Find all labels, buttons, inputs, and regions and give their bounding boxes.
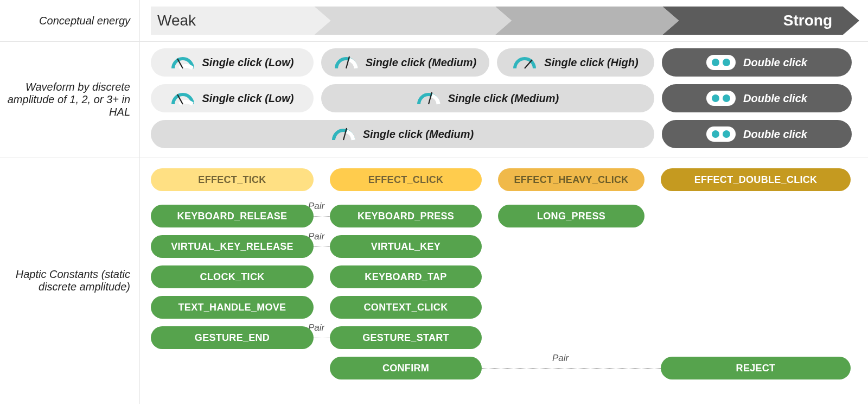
capsule-single-med: Single click (Medium) (321, 48, 489, 77)
pill-effect-click: EFFECT_CLICK (330, 168, 482, 191)
capsule-single-med: Single click (Medium) (151, 120, 654, 148)
capsule-label: Single click (Medium) (363, 128, 474, 141)
energy-strong: Strong (783, 12, 832, 29)
gauge-low-icon (171, 90, 195, 106)
double-click-icon (706, 55, 736, 70)
waveform-row: Waveform by discrete amplitude of 1, 2, … (0, 42, 868, 157)
gauge-high-icon (513, 54, 537, 71)
capsule-double-click: Double click (662, 120, 852, 148)
capsule-double-click: Double click (662, 48, 852, 77)
pill-keyboard-tap: KEYBOARD_TAP (330, 265, 482, 288)
capsule-label: Single click (Low) (202, 56, 294, 69)
pill-gesture-end: GESTURE_END (151, 326, 314, 349)
constants-row: Haptic Constants (static discrete amplit… (0, 157, 868, 404)
pair-label: Pair (552, 353, 569, 364)
energy-label: Conceptual energy (0, 0, 140, 41)
gauge-med-icon (331, 126, 355, 142)
pill-effect-tick: EFFECT_TICK (151, 168, 314, 191)
capsule-double-click: Double click (662, 84, 852, 112)
capsule-label: Double click (743, 128, 807, 141)
waveform-label: Waveform by discrete amplitude of 1, 2, … (0, 42, 140, 157)
capsule-label: Single click (Low) (202, 92, 294, 105)
pill-confirm: CONFIRM (330, 357, 482, 379)
pill-keyboard-release: KEYBOARD_RELEASE (151, 205, 314, 227)
capsule-single-low: Single click (Low) (151, 48, 314, 77)
pill-gesture-start: GESTURE_START (330, 326, 482, 349)
energy-weak: Weak (157, 12, 196, 29)
double-click-icon (706, 91, 736, 106)
capsule-label: Double click (743, 56, 807, 69)
svg-marker-1 (314, 7, 512, 35)
pill-effect-double: EFFECT_DOUBLE_CLICK (661, 168, 851, 191)
capsule-label: Double click (743, 92, 807, 105)
pill-context-click: CONTEXT_CLICK (330, 296, 482, 319)
pill-virtual-key: VIRTUAL_KEY (330, 235, 482, 258)
pill-keyboard-press: KEYBOARD_PRESS (330, 205, 482, 227)
capsule-single-low: Single click (Low) (151, 84, 314, 112)
capsule-single-med: Single click (Medium) (321, 84, 654, 112)
pill-effect-heavy: EFFECT_HEAVY_CLICK (498, 168, 644, 191)
capsule-label: Single click (High) (544, 56, 638, 69)
pill-clock-tick: CLOCK_TICK (151, 265, 314, 288)
gauge-low-icon (171, 54, 195, 71)
capsule-label: Single click (Medium) (366, 56, 476, 69)
pill-text-handle-move: TEXT_HANDLE_MOVE (151, 296, 314, 319)
capsule-single-high: Single click (High) (497, 48, 654, 77)
svg-marker-2 (495, 7, 679, 35)
pill-long-press: LONG_PRESS (498, 205, 644, 227)
gauge-med-icon (417, 90, 441, 106)
pill-reject: REJECT (661, 357, 851, 379)
pill-virtual-key-release: VIRTUAL_KEY_RELEASE (151, 235, 314, 258)
gauge-med-icon (334, 54, 358, 71)
double-click-icon (706, 126, 736, 142)
constants-label: Haptic Constants (static discrete amplit… (0, 157, 140, 404)
energy-arrow: Weak Strong (151, 7, 859, 35)
energy-row: Conceptual energy Weak Strong (0, 0, 868, 42)
capsule-label: Single click (Medium) (448, 92, 559, 105)
